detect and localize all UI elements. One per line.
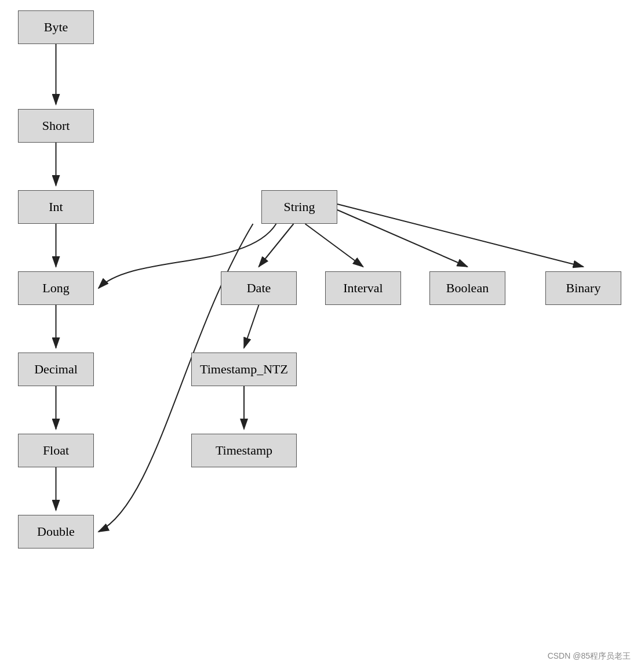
node-boolean: Boolean (429, 271, 505, 305)
node-interval: Interval (325, 271, 401, 305)
node-binary: Binary (545, 271, 621, 305)
watermark: CSDN @85程序员老王 (548, 651, 631, 662)
node-double: Double (18, 515, 94, 549)
node-short: Short (18, 109, 94, 143)
node-float: Float (18, 434, 94, 467)
node-timestamp: Timestamp (191, 434, 297, 467)
node-timestamp_ntz: Timestamp_NTZ (191, 353, 297, 386)
node-byte: Byte (18, 10, 94, 44)
node-date: Date (221, 271, 297, 305)
node-decimal: Decimal (18, 353, 94, 386)
node-int: Int (18, 190, 94, 224)
node-long: Long (18, 271, 94, 305)
node-string: String (261, 190, 337, 224)
